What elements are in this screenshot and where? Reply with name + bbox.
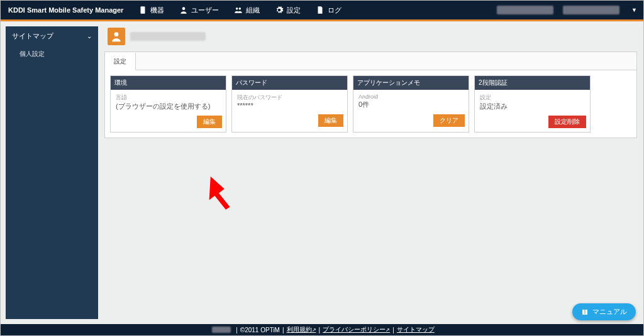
avatar [108, 28, 125, 45]
card-twofa-body: 設定 設定済み [475, 90, 590, 112]
card-appmemo-title: アプリケーションメモ [353, 76, 469, 90]
sidebar-item-personal-settings[interactable]: 個人設定 [6, 46, 98, 62]
nav-users[interactable]: ユーザー [172, 1, 226, 19]
device-icon [138, 6, 147, 14]
card-environment-label: 言語 [116, 94, 221, 102]
footer-redacted [212, 327, 231, 333]
card-twofa-value: 設定済み [480, 102, 585, 111]
nav-logs-label: ログ [328, 6, 341, 15]
card-twofa: 2段階認証 設定 設定済み 設定削除 [474, 75, 591, 133]
layout: サイトマップ ⌄ 個人設定 設定 環境 言語 (ブラウザーの設定を使 [1, 21, 643, 324]
footer-sep0: | [236, 327, 238, 333]
top-nav: KDDI Smart Mobile Safety Manager 機器 ユーザー… [1, 1, 643, 19]
edit-environment-button[interactable]: 編集 [197, 116, 222, 128]
card-appmemo-label: Android [358, 94, 464, 100]
nav-devices-label: 機器 [150, 6, 164, 15]
nav-settings-label: 設定 [287, 6, 301, 15]
delete-twofa-button[interactable]: 設定削除 [548, 116, 586, 128]
user-menu-caret-icon[interactable]: ▼ [631, 7, 637, 13]
footer-copyright: ©2011 OPTiM [240, 327, 280, 333]
card-appmemo-body: Android 0件 [353, 90, 469, 111]
sidebar-title-label: サイトマップ [12, 31, 53, 41]
avatar-user-icon [110, 30, 123, 43]
card-environment: 環境 言語 (ブラウザーの設定を使用する) 編集 [110, 75, 226, 133]
nav-devices[interactable]: 機器 [131, 1, 172, 19]
svg-point-1 [182, 7, 186, 10]
card-appmemo-value: 0件 [358, 100, 464, 109]
clear-appmemo-button[interactable]: クリア [433, 114, 465, 127]
user-header [104, 28, 637, 45]
svg-rect-0 [141, 6, 145, 14]
card-password-value: ****** [237, 102, 342, 109]
card-password-body: 現在のパスワード ****** [232, 90, 347, 111]
nav-settings[interactable]: 設定 [267, 1, 308, 19]
nav-items: 機器 ユーザー 組織 設定 ログ [131, 1, 349, 19]
sidebar: サイトマップ ⌄ 個人設定 [1, 21, 98, 324]
card-password: パスワード 現在のパスワード ****** 編集 [231, 75, 348, 133]
card-password-label: 現在のパスワード [237, 94, 342, 102]
brand-title: KDDI Smart Mobile Safety Manager [1, 6, 131, 14]
tenant-name-redacted [497, 6, 553, 14]
card-environment-value: (ブラウザーの設定を使用する) [116, 102, 221, 111]
footer-sitemap-link[interactable]: サイトマップ [397, 325, 435, 334]
footer: | ©2011 OPTiM | 利用規約↗ | プライバシーポリシー↗ | サイ… [1, 324, 643, 335]
svg-point-3 [239, 8, 242, 9]
nav-orgs-label: 組織 [246, 6, 260, 15]
user-name-redacted[interactable] [563, 6, 619, 14]
sidebar-title[interactable]: サイトマップ ⌄ [6, 26, 98, 46]
edit-password-button[interactable]: 編集 [318, 114, 343, 127]
cards-container: 環境 言語 (ブラウザーの設定を使用する) 編集 パスワード 現在のパスワード … [105, 70, 636, 138]
chevron-down-icon: ⌄ [87, 33, 92, 40]
gear-icon [275, 6, 284, 14]
tab-settings[interactable]: 設定 [105, 52, 136, 70]
card-twofa-title: 2段階認証 [475, 76, 590, 90]
card-twofa-label: 設定 [480, 94, 585, 102]
svg-point-4 [114, 32, 119, 36]
manual-button[interactable]: マニュアル [572, 303, 636, 320]
nav-users-label: ユーザー [191, 6, 219, 15]
main: 設定 環境 言語 (ブラウザーの設定を使用する) 編集 パスワード [98, 21, 643, 324]
users-icon [234, 6, 243, 14]
footer-tos-link[interactable]: 利用規約↗ [287, 325, 316, 334]
book-icon [581, 308, 589, 316]
card-environment-body: 言語 (ブラウザーの設定を使用する) [111, 90, 226, 112]
card-environment-title: 環境 [111, 76, 226, 90]
card-appmemo: アプリケーションメモ Android 0件 クリア [353, 75, 469, 133]
svg-point-2 [236, 8, 238, 9]
footer-sep3: | [392, 327, 394, 333]
nav-orgs[interactable]: 組織 [226, 1, 267, 19]
footer-sep1: | [282, 327, 284, 333]
user-icon [179, 6, 188, 14]
settings-panel: 設定 環境 言語 (ブラウザーの設定を使用する) 編集 パスワード [104, 51, 637, 138]
footer-sep2: | [319, 327, 321, 333]
nav-right: ▼ [497, 1, 643, 19]
nav-logs[interactable]: ログ [308, 1, 349, 19]
card-password-title: パスワード [232, 76, 347, 90]
manual-label: マニュアル [592, 307, 627, 317]
footer-privacy-link[interactable]: プライバシーポリシー↗ [323, 325, 390, 334]
document-icon [316, 6, 325, 14]
tabstrip: 設定 [105, 52, 636, 70]
page-user-name-redacted [130, 32, 206, 41]
sidebar-panel: サイトマップ ⌄ 個人設定 [6, 26, 98, 319]
